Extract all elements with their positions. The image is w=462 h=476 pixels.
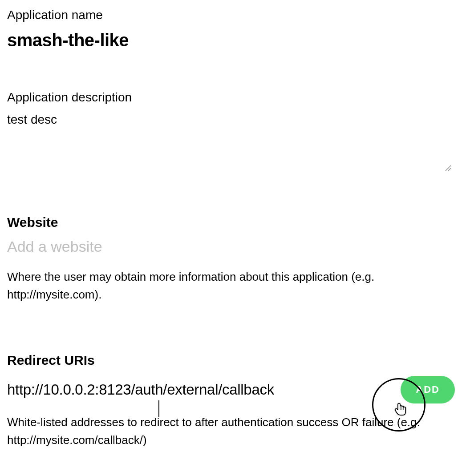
website-helper-text: Where the user may obtain more informati… [7,268,455,304]
website-input[interactable] [7,238,455,255]
application-name-value[interactable]: smash-the-like [7,30,455,50]
svg-line-1 [448,168,451,171]
application-description-value: test desc [7,113,455,127]
redirect-uri-row: ADD [7,376,455,403]
application-name-label: Application name [7,8,455,22]
redirect-uris-heading: Redirect URIs [7,353,455,368]
website-heading: Website [7,215,455,230]
website-section: Website Where the user may obtain more i… [7,215,455,304]
application-name-section: Application name smash-the-like [7,8,455,50]
redirect-uris-section: Redirect URIs ADD White-listed addresses… [7,353,455,449]
application-description-label: Application description [7,90,455,105]
redirect-uri-input[interactable] [7,381,392,398]
application-description-section: Application description test desc [7,90,455,175]
add-button[interactable]: ADD [401,376,455,403]
redirect-helper-text: White-listed addresses to redirect to af… [7,413,455,449]
resize-handle-icon[interactable] [444,164,451,171]
svg-line-0 [446,165,451,171]
text-caret-icon [158,400,159,417]
application-description-textarea[interactable]: test desc [7,113,455,175]
